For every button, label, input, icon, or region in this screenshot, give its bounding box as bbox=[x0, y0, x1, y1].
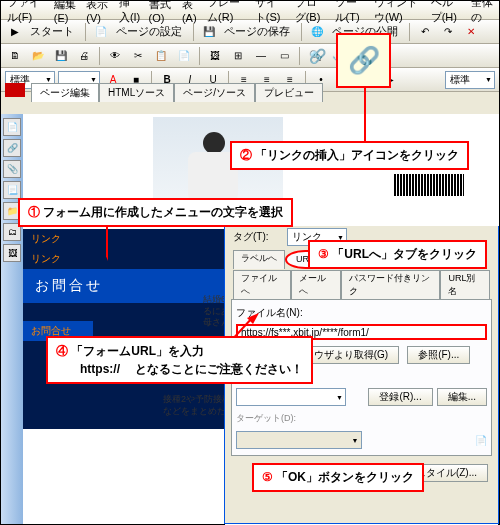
tab-url-alias[interactable]: URL別名 bbox=[440, 270, 490, 299]
callout-2: ② 「リンクの挿入」アイコンをクリック bbox=[230, 141, 469, 170]
tab-page-source[interactable]: ページ/ソース bbox=[174, 83, 255, 102]
page-save-label[interactable]: ページの保存 bbox=[222, 24, 296, 39]
save-icon[interactable]: 💾 bbox=[199, 22, 219, 42]
preview-icon[interactable]: 👁 bbox=[105, 46, 125, 66]
nav-link-1[interactable]: リンク bbox=[23, 229, 233, 249]
app-window: ファイル(F) 編集(E) 表示(V) 挿入(I) 書式(O) 表(A) フレー… bbox=[0, 0, 500, 525]
page-settings-label[interactable]: ページの設定 bbox=[114, 24, 188, 39]
menu-tools[interactable]: ツール(T) bbox=[331, 0, 370, 27]
target-icon[interactable]: 📄 bbox=[475, 435, 487, 446]
publish-icon[interactable]: 🌐 bbox=[307, 22, 327, 42]
redo-icon[interactable]: ↷ bbox=[438, 22, 458, 42]
side-link-icon[interactable]: 🔗 bbox=[3, 139, 21, 157]
tab-page-edit[interactable]: ページ編集 bbox=[31, 83, 99, 102]
callout-3: ③ 「URLへ」タブをクリック bbox=[308, 240, 487, 269]
target-label: ターゲット(D): bbox=[236, 412, 296, 425]
link-insert-icon[interactable]: 🔍🔗 bbox=[305, 46, 325, 66]
side-image-icon[interactable]: 🖼 bbox=[3, 244, 21, 262]
sidebar: 📄 🔗 📎 📃 📁 🗂 🖼 bbox=[1, 114, 23, 524]
undo-icon[interactable]: ↶ bbox=[415, 22, 435, 42]
toolbar-1: ▶ スタート 📄 ページの設定 💾 ページの保存 🌐 ページの公開 ↶ ↷ ✕ bbox=[1, 20, 499, 44]
paste-icon[interactable]: 📄 bbox=[174, 46, 194, 66]
callout-1: ① フォーム用に作成したメニューの文字を選択 bbox=[18, 198, 293, 227]
menu-site[interactable]: サイト(S) bbox=[251, 0, 291, 27]
menu-edit[interactable]: 編集(E) bbox=[50, 0, 83, 26]
link-icon-zoomed: 🔗 bbox=[336, 33, 391, 88]
toolbar-2: 🗎 📂 💾 🖨 👁 ✂ 📋 📄 🖼 ⊞ — ▭ 🔍🔗 ⚓ ? bbox=[1, 44, 499, 68]
side-page-icon[interactable]: 📄 bbox=[3, 118, 21, 136]
svg-marker-2 bbox=[106, 252, 108, 261]
start-icon[interactable]: ▶ bbox=[5, 22, 25, 42]
start-label[interactable]: スタート bbox=[28, 24, 80, 39]
tab-html-source[interactable]: HTMLソース bbox=[99, 83, 174, 102]
edit-button[interactable]: 編集... bbox=[437, 388, 487, 406]
nav-contact-selected[interactable]: お問合せ bbox=[23, 269, 233, 303]
print-icon[interactable]: 🖨 bbox=[74, 46, 94, 66]
nav-link-2[interactable]: リンク bbox=[23, 249, 233, 269]
cut-icon[interactable]: ✂ bbox=[128, 46, 148, 66]
side-doc-icon[interactable]: 📃 bbox=[3, 181, 21, 199]
register-button[interactable]: 登録(R)... bbox=[368, 388, 432, 406]
close-icon[interactable]: ✕ bbox=[461, 22, 481, 42]
alias-combo[interactable] bbox=[236, 388, 346, 406]
form-icon[interactable]: ▭ bbox=[274, 46, 294, 66]
tab-password-link[interactable]: パスワード付きリンク bbox=[341, 270, 441, 299]
dialog-tabs-row2: ファイルへ メールへ パスワード付きリンク URL別名 bbox=[225, 268, 498, 299]
barcode-image bbox=[394, 174, 464, 196]
menu-format[interactable]: 書式(O) bbox=[145, 0, 178, 26]
target-combo[interactable] bbox=[236, 431, 362, 449]
callout-5: ⑤ 「OK」ボタンをクリック bbox=[252, 463, 424, 492]
hr-icon[interactable]: — bbox=[251, 46, 271, 66]
tab-to-label[interactable]: ラベルへ bbox=[233, 250, 285, 269]
page-settings-icon[interactable]: 📄 bbox=[91, 22, 111, 42]
style2-combo[interactable]: 標準 bbox=[445, 71, 495, 89]
image-icon[interactable]: 🖼 bbox=[205, 46, 225, 66]
tab-preview[interactable]: プレビュー bbox=[255, 83, 323, 102]
new-icon[interactable]: 🗎 bbox=[5, 46, 25, 66]
side-clip-icon[interactable]: 📎 bbox=[3, 160, 21, 178]
menu-insert[interactable]: 挿入(I) bbox=[115, 0, 145, 27]
callout-4: ④ 「フォームURL」を入力 https:// となることにご注意ください！ bbox=[46, 336, 313, 384]
tab-to-mail[interactable]: メールへ bbox=[291, 270, 341, 299]
table-icon[interactable]: ⊞ bbox=[228, 46, 248, 66]
save2-icon[interactable]: 💾 bbox=[51, 46, 71, 66]
tab-to-file[interactable]: ファイルへ bbox=[233, 270, 291, 299]
copy-icon[interactable]: 📋 bbox=[151, 46, 171, 66]
tag-label: タグ(T): bbox=[233, 230, 283, 244]
doc-tabs: ページ編集 HTMLソース ページ/ソース プレビュー bbox=[31, 83, 323, 102]
ref-button[interactable]: 参照(F)... bbox=[407, 346, 470, 364]
open-icon[interactable]: 📂 bbox=[28, 46, 48, 66]
menubar: ファイル(F) 編集(E) 表示(V) 挿入(I) 書式(O) 表(A) フレー… bbox=[1, 1, 499, 20]
